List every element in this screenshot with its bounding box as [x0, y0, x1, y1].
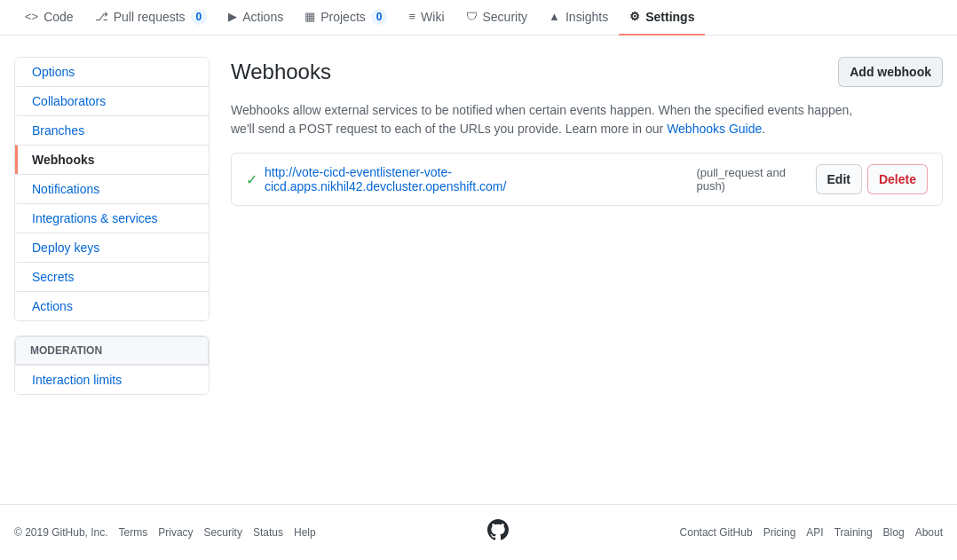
sidebar-main-nav: Options Collaborators Branches Webhooks …: [14, 57, 210, 321]
webhook-card: ✓ http://vote-cicd-eventlistener-vote-ci…: [231, 153, 943, 206]
footer-pricing-link[interactable]: Pricing: [763, 526, 796, 539]
nav-security[interactable]: 🛡 Security: [455, 0, 539, 35]
sidebar-item-options[interactable]: Options: [15, 58, 209, 86]
sidebar: Options Collaborators Branches Webhooks …: [14, 57, 210, 395]
security-icon: 🛡: [466, 10, 478, 23]
webhook-meta: (pull_request and push): [696, 166, 815, 193]
description-line2: we'll send a POST request to each of the…: [231, 122, 663, 136]
sidebar-item-collaborators[interactable]: Collaborators: [15, 86, 209, 115]
check-icon: ✓: [246, 171, 257, 188]
sidebar-item-notifications[interactable]: Notifications: [15, 174, 209, 203]
nav-pull-requests-label: Pull requests: [114, 10, 186, 24]
webhooks-guide-link[interactable]: Webhooks Guide: [667, 122, 762, 136]
sidebar-moderation-header: Moderation: [15, 336, 209, 365]
nav-wiki[interactable]: ≡ Wiki: [398, 0, 455, 35]
footer-help-link[interactable]: Help: [294, 526, 316, 539]
top-nav: <> Code ⎇ Pull requests 0 ▶ Actions ▦ Pr…: [0, 0, 957, 35]
wiki-icon: ≡: [408, 10, 415, 23]
nav-code-label: Code: [44, 10, 73, 24]
sidebar-item-secrets[interactable]: Secrets: [15, 262, 209, 291]
footer-left: © 2019 GitHub, Inc. Terms Privacy Securi…: [14, 526, 316, 539]
main-header: Webhooks Add webhook: [231, 57, 943, 87]
nav-projects[interactable]: ▦ Projects 0: [294, 0, 398, 35]
footer-privacy-link[interactable]: Privacy: [158, 526, 193, 539]
page-container: Options Collaborators Branches Webhooks …: [0, 35, 957, 416]
settings-icon: ⚙: [629, 10, 640, 23]
nav-insights-label: Insights: [566, 10, 608, 24]
projects-badge: 0: [371, 9, 388, 25]
footer: © 2019 GitHub, Inc. Terms Privacy Securi…: [0, 504, 957, 560]
delete-webhook-button[interactable]: Delete: [867, 164, 928, 194]
nav-settings-label: Settings: [645, 10, 694, 24]
description-line1: Webhooks allow external services to be n…: [231, 103, 852, 117]
nav-actions[interactable]: ▶ Actions: [218, 0, 294, 35]
nav-projects-label: Projects: [320, 10, 366, 24]
pull-request-icon: ⎇: [95, 10, 108, 23]
webhook-url[interactable]: http://vote-cicd-eventlistener-vote-cicd…: [265, 165, 685, 193]
footer-terms-link[interactable]: Terms: [119, 526, 148, 539]
sidebar-item-deploy-keys[interactable]: Deploy keys: [15, 233, 209, 262]
nav-security-label: Security: [483, 10, 528, 24]
projects-icon: ▦: [304, 10, 315, 23]
sidebar-item-actions[interactable]: Actions: [15, 291, 209, 320]
nav-wiki-label: Wiki: [421, 10, 444, 24]
footer-training-link[interactable]: Training: [834, 526, 873, 539]
pull-requests-badge: 0: [191, 9, 208, 25]
sidebar-item-branches[interactable]: Branches: [15, 115, 209, 145]
footer-api-link[interactable]: API: [806, 526, 823, 539]
nav-settings[interactable]: ⚙ Settings: [619, 0, 705, 35]
github-logo-icon: [487, 519, 509, 546]
main-content: Webhooks Add webhook Webhooks allow exte…: [231, 57, 943, 395]
edit-webhook-button[interactable]: Edit: [816, 164, 862, 194]
sidebar-item-integrations[interactable]: Integrations & services: [15, 203, 209, 233]
footer-about-link[interactable]: About: [915, 526, 943, 539]
page-title: Webhooks: [231, 59, 331, 84]
webhook-left: ✓ http://vote-cicd-eventlistener-vote-ci…: [246, 165, 816, 193]
footer-contact-link[interactable]: Contact GitHub: [680, 526, 753, 539]
sidebar-item-interaction-limits[interactable]: Interaction limits: [15, 365, 209, 394]
sidebar-moderation-section: Moderation Interaction limits: [14, 335, 210, 395]
nav-actions-label: Actions: [242, 10, 283, 24]
footer-right: Contact GitHub Pricing API Training Blog…: [680, 526, 943, 539]
actions-icon: ▶: [228, 10, 237, 23]
insights-icon: ▲: [549, 10, 560, 23]
footer-blog-link[interactable]: Blog: [883, 526, 905, 539]
code-icon: <>: [25, 10, 38, 23]
description-period: .: [762, 122, 765, 136]
nav-code[interactable]: <> Code: [14, 0, 84, 35]
footer-copyright: © 2019 GitHub, Inc.: [14, 526, 108, 539]
webhook-actions: Edit Delete: [816, 164, 928, 194]
footer-security-link[interactable]: Security: [204, 526, 242, 539]
nav-insights[interactable]: ▲ Insights: [538, 0, 619, 35]
nav-pull-requests[interactable]: ⎇ Pull requests 0: [84, 0, 218, 35]
add-webhook-button[interactable]: Add webhook: [838, 57, 943, 87]
sidebar-item-webhooks[interactable]: Webhooks: [15, 145, 209, 174]
description-text: Webhooks allow external services to be n…: [231, 101, 943, 138]
webhook-item: ✓ http://vote-cicd-eventlistener-vote-ci…: [246, 164, 928, 194]
footer-status-link[interactable]: Status: [253, 526, 283, 539]
